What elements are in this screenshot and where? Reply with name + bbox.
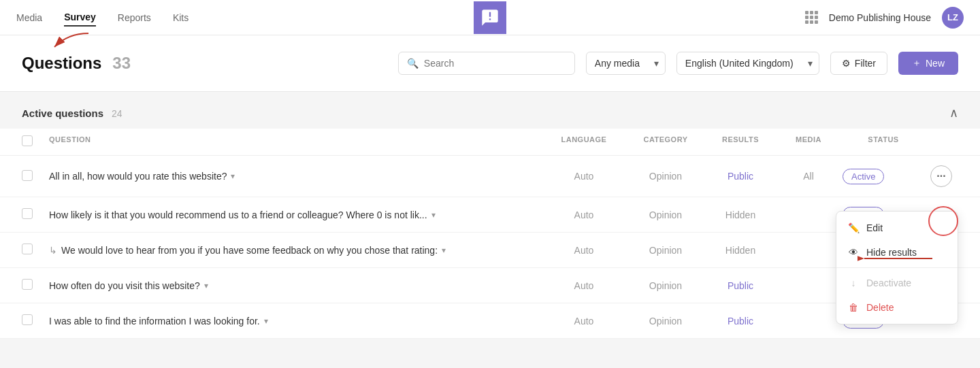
nav-links: Media Survey Reports Kits (16, 9, 189, 27)
main-content: Active questions 24 ∧ QUESTION LANGUAGE … (0, 92, 980, 339)
table-row: How often do you visit this website? ▾ A… (0, 268, 980, 303)
deactivate-icon: ↓ (847, 278, 860, 288)
questions-table: QUESTION LANGUAGE CATEGORY RESULTS MEDIA… (0, 129, 980, 339)
nav-right: Demo Publishing House LZ (805, 7, 964, 29)
page-header: Questions 33 🔍 Any media Website App Ema… (0, 35, 980, 92)
row4-expand-arrow[interactable]: ▾ (204, 281, 208, 290)
language-select-wrapper[interactable]: English (United Kingdom) English (US) Fr… (676, 52, 819, 75)
table-row: All in all, how would you rate this webs… (0, 156, 980, 197)
row3-question: ↳ We would love to hear from you if you … (49, 245, 543, 256)
row1-checkbox[interactable] (22, 170, 33, 181)
search-icon: 🔍 (407, 58, 419, 69)
menu-hide-label: Hide results (866, 247, 917, 258)
top-nav: Media Survey Reports Kits (0, 0, 980, 35)
user-avatar[interactable]: LZ (942, 7, 964, 29)
media-select-wrapper[interactable]: Any media Website App Email (586, 52, 666, 75)
row3-category: Opinion (625, 245, 706, 256)
row4-results: Public (706, 280, 774, 291)
row3-checkbox[interactable] (22, 244, 33, 254)
section-header: Active questions 24 ∧ (0, 92, 980, 129)
logo-icon (480, 8, 500, 27)
table-row: How likely is it that you would recommen… (0, 197, 980, 233)
language-col-header: LANGUAGE (543, 135, 625, 148)
new-button[interactable]: ＋ New (898, 52, 958, 75)
table-header: QUESTION LANGUAGE CATEGORY RESULTS MEDIA… (0, 129, 980, 156)
row2-question-text: How likely is it that you would recommen… (49, 210, 427, 220)
new-label: New (926, 58, 945, 69)
nav-kits[interactable]: Kits (173, 10, 189, 26)
row2-question: How likely is it that you would recommen… (49, 210, 543, 220)
section-title-area: Active questions 24 (22, 107, 122, 119)
row5-question: I was able to find the information I was… (49, 316, 543, 327)
row1-results: Public (706, 171, 774, 182)
plus-icon: ＋ (912, 57, 921, 69)
app-logo[interactable] (474, 1, 506, 34)
nav-reports[interactable]: Reports (118, 10, 151, 26)
row3-sub-icon: ↳ (49, 245, 57, 256)
row2-results: Hidden (706, 210, 774, 220)
row4-question-text: How often do you visit this website? (49, 280, 200, 291)
row4-category: Opinion (625, 280, 706, 291)
row1-status-col: Active (843, 169, 924, 184)
filter-label: Filter (855, 58, 876, 69)
row4-checkbox[interactable] (22, 279, 33, 290)
row5-expand-arrow[interactable]: ▾ (264, 316, 268, 326)
menu-edit[interactable]: ✏️ Edit (836, 216, 958, 240)
row5-question-text: I was able to find the information I was… (49, 316, 260, 327)
status-col-header: STATUS (843, 135, 924, 148)
delete-icon: 🗑 (847, 302, 860, 313)
row1-question: All in all, how would you rate this webs… (49, 171, 543, 182)
row1-media: All (774, 171, 843, 182)
row2-language: Auto (543, 210, 625, 220)
page-title: Questions (22, 54, 101, 73)
language-select[interactable]: English (United Kingdom) English (US) Fr… (676, 52, 819, 75)
select-all-col (22, 135, 49, 148)
row4-question: How often do you visit this website? ▾ (49, 280, 543, 291)
row3-results: Hidden (706, 245, 774, 256)
table-row: I was able to find the information I was… (0, 303, 980, 339)
results-col-header: RESULTS (706, 135, 774, 148)
row1-expand-arrow[interactable]: ▾ (231, 171, 235, 181)
row3-expand-arrow[interactable]: ▾ (442, 246, 446, 255)
grid-icon[interactable] (805, 11, 818, 24)
context-menu: ✏️ Edit 👁 Hide results ↓ Deactivate 🗑 De… (836, 211, 958, 324)
row1-more-button[interactable]: ··· (930, 165, 952, 187)
row5-language: Auto (543, 316, 625, 327)
company-name: Demo Publishing House (829, 12, 931, 23)
section-count: 24 (112, 108, 122, 119)
menu-delete-label: Delete (866, 302, 894, 313)
row1-status-badge: Active (843, 169, 884, 184)
row4-language: Auto (543, 280, 625, 291)
media-select[interactable]: Any media Website App Email (586, 52, 666, 75)
search-box[interactable]: 🔍 (398, 52, 575, 75)
eye-icon: 👁 (847, 247, 860, 258)
question-count: 33 (112, 54, 131, 73)
menu-deactivate-label: Deactivate (866, 278, 911, 288)
row1-language: Auto (543, 171, 625, 182)
collapse-button[interactable]: ∧ (949, 105, 958, 120)
row1-question-text: All in all, how would you rate this webs… (49, 171, 227, 182)
menu-edit-label: Edit (866, 222, 883, 233)
question-col-header: QUESTION (49, 135, 543, 148)
menu-deactivate: ↓ Deactivate (836, 271, 958, 295)
row5-results: Public (706, 316, 774, 327)
row5-category: Opinion (625, 316, 706, 327)
menu-hide-results[interactable]: 👁 Hide results (836, 240, 958, 265)
select-all-checkbox[interactable] (22, 135, 33, 146)
row3-language: Auto (543, 245, 625, 256)
filter-icon: ⚙ (842, 58, 851, 69)
search-input[interactable] (424, 58, 566, 69)
media-col-header: MEDIA (774, 135, 843, 148)
edit-icon: ✏️ (847, 222, 860, 233)
row2-checkbox[interactable] (22, 208, 33, 219)
menu-divider (836, 267, 958, 268)
category-col-header: CATEGORY (625, 135, 706, 148)
section-title: Active questions (22, 107, 103, 119)
row5-checkbox[interactable] (22, 314, 33, 325)
nav-media[interactable]: Media (16, 10, 42, 26)
row2-expand-arrow[interactable]: ▾ (431, 210, 436, 220)
row3-question-text: We would love to hear from you if you ha… (61, 245, 438, 256)
nav-survey[interactable]: Survey (64, 9, 96, 27)
filter-button[interactable]: ⚙ Filter (830, 52, 887, 75)
menu-delete[interactable]: 🗑 Delete (836, 295, 958, 320)
